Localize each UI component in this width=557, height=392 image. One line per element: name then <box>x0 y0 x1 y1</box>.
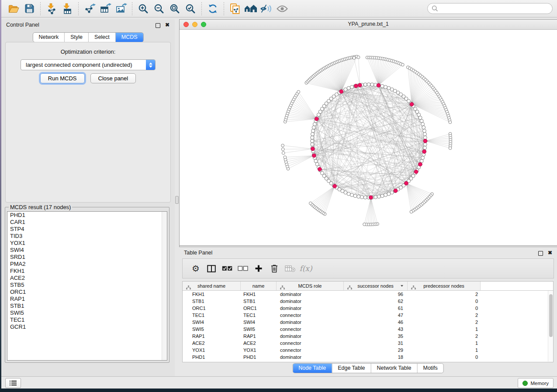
tab-select[interactable]: Select <box>88 33 115 42</box>
table-row[interactable]: RAP1RAP1dominator352 <box>183 333 548 340</box>
search-input[interactable] <box>440 4 552 13</box>
desktop: Control Panel ✖ Network Style Select MCD… <box>0 0 557 392</box>
mcds-result-item[interactable]: STB1 <box>7 303 167 309</box>
column-header-name[interactable]: name <box>241 282 277 290</box>
float-table-panel-icon[interactable] <box>538 251 543 256</box>
hide-graphics-details-button[interactable] <box>259 2 274 16</box>
open-session-button[interactable] <box>6 2 21 16</box>
table-row[interactable]: FKH1FKH1dominator962 <box>183 291 548 298</box>
zoom-out-button[interactable] <box>151 2 167 16</box>
mcds-result-item[interactable]: CAR1 <box>7 219 167 226</box>
select-all-columns-icon[interactable] <box>219 261 235 276</box>
table-panel: Table Panel ✖ ⚙ f(x) shared namenameMCDS… <box>179 247 557 377</box>
optimization-criterion-select[interactable]: largest connected component (undirected) <box>21 59 156 70</box>
network-canvas[interactable] <box>180 29 557 245</box>
float-panel-icon[interactable] <box>156 23 160 28</box>
table-settings-gear-icon[interactable]: ⚙ <box>188 261 204 276</box>
table-row[interactable]: SWI5SWI5connector431 <box>183 326 548 333</box>
table-toolbar: ⚙ f(x) <box>182 258 554 279</box>
column-header-predecessor-nodes[interactable]: predecessor nodes <box>408 282 481 290</box>
delete-column-trash-icon[interactable] <box>266 261 282 276</box>
delete-table-icon <box>282 261 298 276</box>
show-column-panel-icon[interactable] <box>204 261 219 276</box>
export-network-button[interactable] <box>82 2 97 16</box>
mcds-result-item[interactable]: RAP1 <box>7 296 167 303</box>
home-view-button[interactable] <box>243 2 259 16</box>
task-list-icon <box>10 380 17 386</box>
zoom-selected-button[interactable] <box>183 2 198 16</box>
table-row[interactable]: TEC1TEC1connector472 <box>183 312 548 319</box>
toolbar-separator <box>78 2 79 15</box>
optimization-criterion-value: largest connected component (undirected) <box>26 60 132 70</box>
mcds-result-item[interactable]: TID3 <box>7 233 167 240</box>
tab-network[interactable]: Network <box>33 33 64 42</box>
network-graph[interactable] <box>180 29 557 245</box>
run-mcds-button[interactable]: Run MCDS <box>40 73 85 83</box>
mcds-result-item[interactable]: YOX1 <box>7 240 167 247</box>
task-history-button[interactable] <box>5 378 21 388</box>
column-header-shared-name[interactable]: shared name <box>183 282 241 290</box>
close-panel-button[interactable]: Close panel <box>90 73 136 83</box>
memory-button[interactable]: Memory <box>518 378 554 388</box>
network-window-title: YPA_prune.txt_1 <box>180 20 557 29</box>
toolbar-separator <box>201 2 202 15</box>
table-row[interactable]: SWI4SWI4dominator462 <box>183 319 548 326</box>
import-network-button[interactable] <box>44 2 59 16</box>
tab-style[interactable]: Style <box>64 33 88 42</box>
zoom-in-button[interactable] <box>135 2 151 16</box>
mcds-result-item[interactable]: SWI5 <box>7 309 167 316</box>
table-row[interactable]: ORC1ORC1dominator610 <box>183 305 548 312</box>
tab-node-table[interactable]: Node Table <box>293 364 332 373</box>
mcds-result-item[interactable]: TEC1 <box>7 316 167 323</box>
tab-network-table[interactable]: Network Table <box>371 364 417 373</box>
tab-motifs[interactable]: Motifs <box>417 364 443 373</box>
mcds-result-item[interactable]: ORC1 <box>7 289 167 296</box>
mcds-result-item[interactable]: PHD1 <box>7 212 167 219</box>
close-panel-icon[interactable]: ✖ <box>165 21 170 28</box>
tab-mcds[interactable]: MCDS <box>115 33 143 42</box>
column-header-successor-nodes[interactable]: successor nodes <box>344 282 408 290</box>
optimization-criterion-label: Optimization criterion: <box>6 48 170 55</box>
table-row[interactable]: YOX1YOX1connector291 <box>183 347 548 354</box>
export-image-button[interactable] <box>113 2 129 16</box>
mcds-result-list[interactable]: PHD1CAR1STP4TID3YOX1SWI4SRD1PMA2FKH1ACE2… <box>7 211 167 361</box>
search-box[interactable] <box>427 3 553 14</box>
mcds-result-item[interactable]: SRD1 <box>7 254 167 261</box>
splitter-grip[interactable] <box>175 196 179 204</box>
create-column-plus-icon[interactable] <box>251 261 266 276</box>
table-scrollbar[interactable] <box>548 291 553 361</box>
network-window: YPA_prune.txt_1 <box>179 19 557 246</box>
close-table-panel-icon[interactable]: ✖ <box>548 249 552 256</box>
search-icon <box>432 5 438 12</box>
mcds-result-item[interactable]: STB5 <box>7 282 167 289</box>
refresh-view-button[interactable] <box>205 2 221 16</box>
mcds-list-scrollbar[interactable] <box>162 212 167 360</box>
mcds-result-item[interactable]: FKH1 <box>7 268 167 275</box>
table-row[interactable]: PHD1PHD1dominator180 <box>183 354 548 361</box>
column-header-MCDS-role[interactable]: MCDS role <box>277 282 344 290</box>
save-session-button[interactable] <box>21 2 37 16</box>
clone-network-button[interactable] <box>227 2 243 16</box>
table-row[interactable]: ACE2ACE2connector311 <box>183 340 548 347</box>
mcds-result-item[interactable]: SWI4 <box>7 247 167 254</box>
table-header-row: shared namenameMCDS rolesuccessor nodesp… <box>183 282 553 291</box>
control-panel-tabbar: Network Style Select MCDS <box>32 32 143 42</box>
mcds-result-group: MCDS result (17 nodes) PHD1CAR1STP4TID3Y… <box>5 204 170 363</box>
zoom-fit-button[interactable] <box>167 2 183 16</box>
show-graphics-details-button[interactable] <box>274 2 290 16</box>
mcds-result-item[interactable]: ACE2 <box>7 275 167 282</box>
network-window-titlebar[interactable]: YPA_prune.txt_1 <box>180 20 557 30</box>
memory-status-icon <box>522 381 528 386</box>
mcds-result-item[interactable]: PMA2 <box>7 261 167 268</box>
unselect-all-columns-icon[interactable] <box>235 261 251 276</box>
toolbar-separator <box>132 2 132 15</box>
table-row[interactable]: STB1STB1dominator620 <box>183 298 548 305</box>
mcds-result-title: MCDS result (17 nodes) <box>9 204 72 210</box>
table-panel-tabbar: Node Table Edge Table Network Table Moti… <box>292 363 444 373</box>
tab-edge-table[interactable]: Edge Table <box>332 364 370 373</box>
mcds-result-item[interactable]: STP4 <box>7 226 167 233</box>
mcds-result-item[interactable]: GCR1 <box>7 323 167 330</box>
scrollbar-thumb[interactable] <box>549 294 553 337</box>
export-table-button[interactable] <box>97 2 113 16</box>
import-table-button[interactable] <box>59 2 75 16</box>
